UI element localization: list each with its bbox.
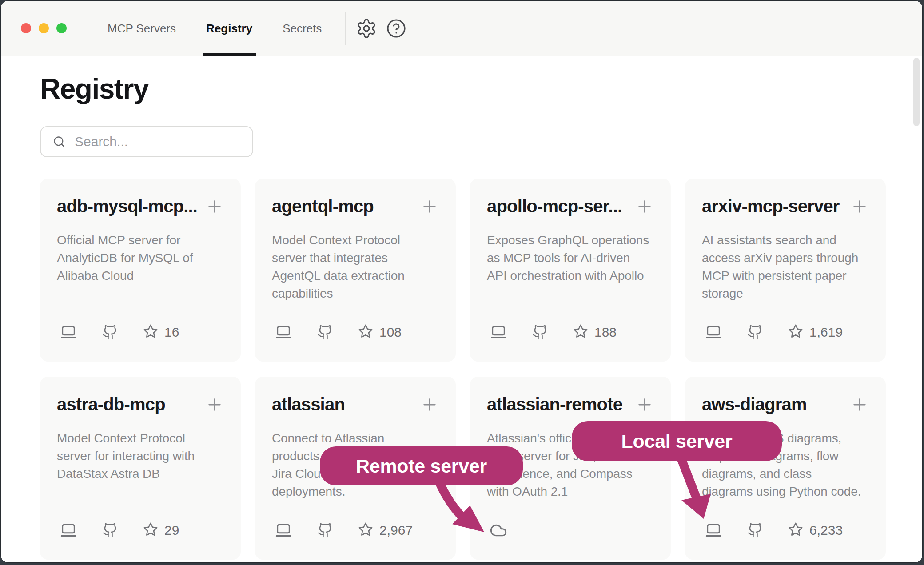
- server-card[interactable]: agentql-mcp Model Context Protocol serve…: [255, 179, 456, 362]
- toolbar: MCP Servers Registry Secrets: [1, 1, 922, 56]
- card-footer: 108: [275, 323, 402, 341]
- cloud-icon: [490, 521, 507, 539]
- laptop-icon: [60, 521, 77, 539]
- github-icon[interactable]: [532, 324, 548, 340]
- server-name: aws-diagram: [702, 394, 807, 414]
- annotation-remote-server: Remote server: [320, 446, 523, 485]
- github-icon[interactable]: [747, 522, 763, 538]
- plus-icon: [850, 197, 869, 216]
- add-server-button[interactable]: [420, 395, 439, 414]
- card-footer: 29: [60, 521, 179, 539]
- github-icon[interactable]: [317, 522, 333, 538]
- server-description: AI assistants search and access arXiv pa…: [702, 231, 888, 302]
- laptop-icon: [60, 323, 77, 341]
- plus-icon: [205, 395, 224, 414]
- server-card[interactable]: adb-mysql-mcp... Official MCP server for…: [40, 179, 241, 362]
- server-name: astra-db-mcp: [57, 394, 165, 414]
- star-icon: [143, 324, 158, 341]
- server-card[interactable]: apollo-mcp-ser... Exposes GraphQL operat…: [470, 179, 671, 362]
- server-description: Official MCP server for AnalyticDB for M…: [57, 231, 243, 285]
- server-card[interactable]: astra-db-mcp Model Context Protocol serv…: [40, 377, 241, 560]
- server-description: Exposes GraphQL operations as MCP tools …: [487, 231, 673, 285]
- add-server-button[interactable]: [205, 197, 224, 216]
- star-count: 29: [164, 523, 179, 538]
- star-icon: [358, 324, 373, 341]
- server-name: adb-mysql-mcp...: [57, 196, 197, 216]
- laptop-icon: [275, 323, 292, 341]
- laptop-icon: [275, 521, 292, 539]
- minimize-button[interactable]: [39, 23, 49, 33]
- add-server-button[interactable]: [420, 197, 439, 216]
- star-count: 188: [594, 325, 617, 340]
- server-name: agentql-mcp: [272, 196, 374, 216]
- tab-mcp-servers[interactable]: MCP Servers: [105, 1, 179, 56]
- server-card-grid: adb-mysql-mcp... Official MCP server for…: [40, 179, 886, 560]
- gear-icon[interactable]: [356, 18, 377, 39]
- card-footer: 16: [60, 323, 179, 341]
- laptop-icon: [705, 521, 722, 539]
- server-card[interactable]: arxiv-mcp-server AI assistants search an…: [685, 179, 886, 362]
- plus-icon: [420, 395, 439, 414]
- plus-icon: [635, 197, 654, 216]
- add-server-button[interactable]: [850, 395, 869, 414]
- star-count: 108: [379, 325, 402, 340]
- server-name: atlassian: [272, 394, 345, 414]
- star-icon: [788, 324, 803, 341]
- star-icon: [573, 324, 588, 341]
- server-description: Model Context Protocol server for intera…: [57, 430, 243, 483]
- star-count: 16: [164, 325, 179, 340]
- star-count: 2,967: [379, 523, 413, 538]
- card-footer: 188: [490, 323, 617, 341]
- main-nav: MCP Servers Registry Secrets: [105, 1, 324, 56]
- add-server-button[interactable]: [635, 395, 654, 414]
- annotation-local-server: Local server: [572, 421, 782, 461]
- registry-page: Registry adb-mysql-mcp... Official MCP s…: [1, 56, 922, 562]
- search-icon: [52, 135, 66, 148]
- search-box[interactable]: [40, 126, 253, 157]
- help-icon[interactable]: [386, 18, 407, 39]
- plus-icon: [420, 197, 439, 216]
- plus-icon: [635, 395, 654, 414]
- card-footer: 1,619: [705, 323, 843, 341]
- github-icon[interactable]: [747, 324, 763, 340]
- page-title: Registry: [40, 72, 148, 105]
- zoom-button[interactable]: [56, 23, 67, 33]
- card-footer: [490, 521, 507, 539]
- scrollbar-thumb[interactable]: [913, 58, 920, 126]
- search-input[interactable]: [74, 134, 244, 150]
- card-footer: 2,967: [275, 521, 413, 539]
- star-icon: [358, 522, 373, 539]
- star-icon: [143, 522, 158, 539]
- server-name: atlassian-remote: [487, 394, 622, 414]
- card-footer: 6,233: [705, 521, 843, 539]
- star-count: 1,619: [809, 325, 843, 340]
- tab-secrets[interactable]: Secrets: [280, 1, 324, 56]
- tab-registry[interactable]: Registry: [203, 1, 255, 56]
- add-server-button[interactable]: [850, 197, 869, 216]
- window-controls: [21, 23, 67, 33]
- star-icon: [788, 522, 803, 539]
- github-icon[interactable]: [102, 324, 118, 340]
- laptop-icon: [705, 323, 722, 341]
- star-count: 6,233: [809, 523, 843, 538]
- server-name: arxiv-mcp-server: [702, 196, 840, 216]
- laptop-icon: [490, 323, 507, 341]
- plus-icon: [850, 395, 869, 414]
- server-name: apollo-mcp-ser...: [487, 196, 622, 216]
- plus-icon: [205, 197, 224, 216]
- add-server-button[interactable]: [205, 395, 224, 414]
- github-icon[interactable]: [317, 324, 333, 340]
- add-server-button[interactable]: [635, 197, 654, 216]
- toolbar-divider: [345, 12, 346, 45]
- server-description: Model Context Protocol server that integ…: [272, 231, 458, 302]
- close-button[interactable]: [21, 23, 31, 33]
- screen: MCP Servers Registry Secrets Registry ad…: [0, 0, 924, 565]
- server-card[interactable]: aws-diagram Generate AWS diagrams, seque…: [685, 377, 886, 560]
- github-icon[interactable]: [102, 522, 118, 538]
